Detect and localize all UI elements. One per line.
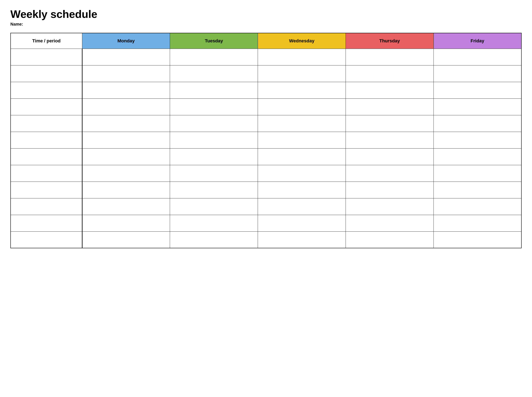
table-cell[interactable] [346, 231, 433, 248]
table-cell[interactable] [258, 182, 346, 198]
table-cell[interactable] [82, 231, 170, 248]
header-time-period: Time / period [11, 33, 82, 49]
table-cell[interactable] [11, 148, 82, 165]
table-cell[interactable] [11, 115, 82, 132]
table-cell[interactable] [170, 82, 258, 99]
table-cell[interactable] [433, 165, 521, 182]
table-cell[interactable] [258, 65, 346, 82]
table-cell[interactable] [346, 182, 433, 198]
name-label: Name: [10, 22, 522, 27]
table-cell[interactable] [346, 115, 433, 132]
table-cell[interactable] [170, 132, 258, 148]
table-cell[interactable] [346, 99, 433, 115]
table-cell[interactable] [82, 65, 170, 82]
table-cell[interactable] [346, 198, 433, 215]
table-cell[interactable] [258, 215, 346, 231]
table-cell[interactable] [170, 115, 258, 132]
table-cell[interactable] [346, 49, 433, 65]
table-cell[interactable] [170, 231, 258, 248]
table-row [11, 65, 521, 82]
table-cell[interactable] [11, 49, 82, 65]
table-cell[interactable] [11, 231, 82, 248]
table-cell[interactable] [258, 132, 346, 148]
table-cell[interactable] [433, 215, 521, 231]
table-cell[interactable] [258, 115, 346, 132]
table-cell[interactable] [11, 82, 82, 99]
table-row [11, 49, 521, 65]
table-cell[interactable] [82, 82, 170, 99]
table-cell[interactable] [170, 99, 258, 115]
table-cell[interactable] [346, 148, 433, 165]
table-cell[interactable] [170, 198, 258, 215]
table-cell[interactable] [346, 82, 433, 99]
table-row [11, 231, 521, 248]
table-row [11, 82, 521, 99]
table-cell[interactable] [170, 165, 258, 182]
table-cell[interactable] [433, 182, 521, 198]
table-cell[interactable] [82, 215, 170, 231]
table-row [11, 215, 521, 231]
table-cell[interactable] [433, 99, 521, 115]
table-cell[interactable] [433, 198, 521, 215]
table-cell[interactable] [82, 132, 170, 148]
table-cell[interactable] [258, 165, 346, 182]
weekly-schedule-table: Time / period Monday Tuesday Wednesday T… [10, 33, 522, 248]
table-cell[interactable] [433, 148, 521, 165]
table-cell[interactable] [82, 49, 170, 65]
header-friday: Friday [433, 33, 521, 49]
table-cell[interactable] [82, 165, 170, 182]
table-cell[interactable] [11, 215, 82, 231]
table-cell[interactable] [82, 115, 170, 132]
header-thursday: Thursday [346, 33, 433, 49]
table-cell[interactable] [433, 82, 521, 99]
table-cell[interactable] [11, 99, 82, 115]
table-cell[interactable] [82, 182, 170, 198]
table-cell[interactable] [346, 165, 433, 182]
table-cell[interactable] [170, 182, 258, 198]
table-cell[interactable] [82, 99, 170, 115]
table-cell[interactable] [433, 49, 521, 65]
table-row [11, 115, 521, 132]
table-cell[interactable] [258, 82, 346, 99]
table-header-row: Time / period Monday Tuesday Wednesday T… [11, 33, 521, 49]
table-cell[interactable] [11, 132, 82, 148]
table-cell[interactable] [170, 148, 258, 165]
table-cell[interactable] [82, 148, 170, 165]
table-cell[interactable] [258, 49, 346, 65]
table-cell[interactable] [11, 182, 82, 198]
table-cell[interactable] [433, 132, 521, 148]
table-cell[interactable] [433, 115, 521, 132]
table-row [11, 182, 521, 198]
table-cell[interactable] [346, 215, 433, 231]
table-cell[interactable] [433, 231, 521, 248]
table-cell[interactable] [258, 148, 346, 165]
table-cell[interactable] [11, 198, 82, 215]
table-row [11, 132, 521, 148]
table-row [11, 165, 521, 182]
table-row [11, 99, 521, 115]
table-cell[interactable] [170, 215, 258, 231]
table-cell[interactable] [170, 49, 258, 65]
table-cell[interactable] [346, 132, 433, 148]
table-cell[interactable] [346, 65, 433, 82]
header-wednesday: Wednesday [258, 33, 346, 49]
table-cell[interactable] [258, 198, 346, 215]
table-cell[interactable] [170, 65, 258, 82]
table-cell[interactable] [258, 99, 346, 115]
table-cell[interactable] [11, 65, 82, 82]
table-row [11, 198, 521, 215]
table-cell[interactable] [82, 198, 170, 215]
header-tuesday: Tuesday [170, 33, 258, 49]
header-monday: Monday [82, 33, 170, 49]
table-row [11, 148, 521, 165]
table-cell[interactable] [433, 65, 521, 82]
page-title: Weekly schedule [10, 8, 522, 20]
table-cell[interactable] [258, 231, 346, 248]
table-cell[interactable] [11, 165, 82, 182]
